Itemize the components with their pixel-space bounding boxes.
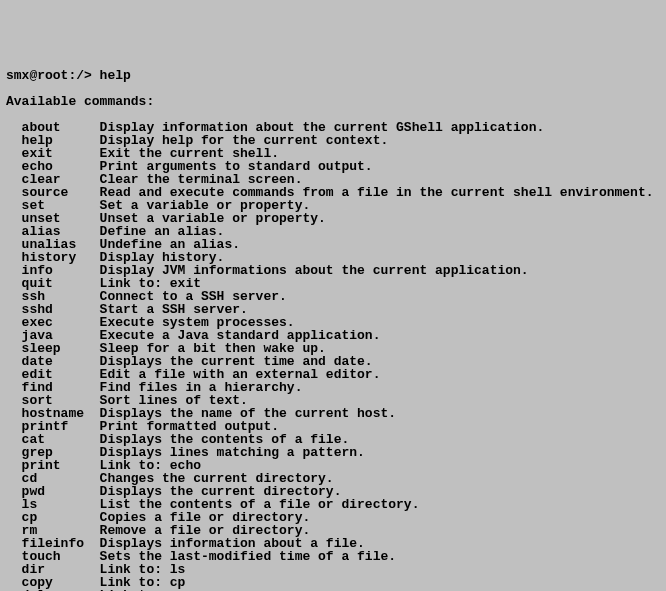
shell-prompt-line[interactable]: smx@root:/> help — [6, 69, 660, 82]
terminal-output: smx@root:/> help Available commands: abo… — [6, 56, 660, 591]
commands-list: aboutDisplay information about the curre… — [6, 121, 660, 591]
available-commands-header: Available commands: — [6, 95, 660, 108]
